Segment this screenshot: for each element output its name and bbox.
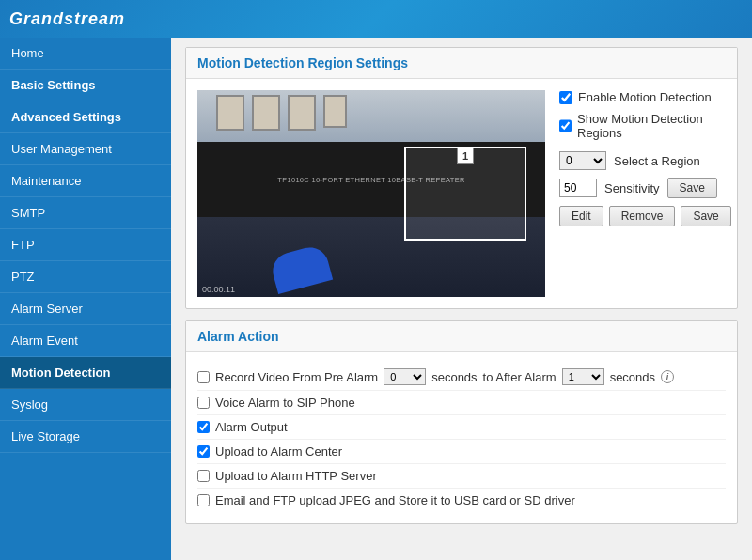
sidebar-item-live-storage[interactable]: Live Storage	[0, 421, 171, 453]
save-sensitivity-button[interactable]: Save	[667, 178, 717, 198]
upload-http-row: Upload to Alarm HTTP Server	[197, 464, 726, 489]
save-button[interactable]: Save	[681, 206, 730, 226]
sidebar-item-alarm-event[interactable]: Alarm Event	[0, 325, 171, 357]
upload-alarm-center-row: Upload to Alarm Center	[197, 440, 726, 464]
sensitivity-input[interactable]	[559, 179, 597, 197]
content-area: Motion Detection Region Settings	[171, 38, 752, 560]
alarm-output-label[interactable]: Alarm Output	[215, 420, 288, 434]
sidebar-item-user-management[interactable]: User Management	[0, 133, 171, 165]
sensitivity-row: Sensitivity Save	[559, 178, 731, 198]
voice-alarm-row: Voice Alarm to SIP Phone	[197, 391, 726, 415]
alarm-output-row: Alarm Output	[197, 415, 726, 440]
header: Grandstream	[0, 0, 752, 38]
sidebar-item-alarm-server[interactable]: Alarm Server	[0, 293, 171, 325]
upload-http-label[interactable]: Upload to Alarm HTTP Server	[215, 469, 377, 483]
show-regions-label[interactable]: Show Motion Detection Regions	[577, 112, 731, 140]
frame3	[288, 95, 316, 131]
sidebar-item-home[interactable]: Home	[0, 38, 171, 70]
sidebar-item-maintenance[interactable]: Maintenance	[0, 165, 171, 197]
frame4	[323, 95, 347, 128]
email-ftp-checkbox[interactable]	[197, 494, 210, 506]
alarm-action-section: Alarm Action Record Video From Pre Alarm…	[185, 320, 738, 524]
alarm-output-checkbox[interactable]	[197, 421, 210, 433]
show-regions-checkbox[interactable]	[559, 119, 572, 132]
camera-feed: TP1016C 16-PORT ETHERNET 10BASE-T REPEAT…	[197, 90, 545, 297]
cam-shelf	[197, 90, 545, 142]
sidebar-item-smtp[interactable]: SMTP	[0, 197, 171, 229]
seconds-label-1: seconds	[431, 370, 477, 384]
voice-alarm-checkbox[interactable]	[197, 397, 210, 409]
upload-http-checkbox[interactable]	[197, 470, 210, 482]
record-video-label[interactable]: Record Video From Pre Alarm	[215, 370, 378, 384]
action-buttons: Edit Remove Save	[559, 206, 731, 226]
email-ftp-row: Email and FTP upload JPEG and Store it t…	[197, 489, 726, 512]
frame1	[216, 95, 244, 131]
sensitivity-label: Sensitivity	[604, 181, 660, 195]
camera-bg: TP1016C 16-PORT ETHERNET 10BASE-T REPEAT…	[197, 90, 545, 297]
region-layout: TP1016C 16-PORT ETHERNET 10BASE-T REPEAT…	[197, 90, 726, 297]
enable-motion-row: Enable Motion Detection	[559, 90, 731, 104]
sidebar: HomeBasic SettingsAdvanced SettingsUser …	[0, 38, 171, 560]
upload-alarm-center-checkbox[interactable]	[197, 445, 210, 458]
remove-button[interactable]: Remove	[609, 206, 676, 226]
motion-detection-region-body: TP1016C 16-PORT ETHERNET 10BASE-T REPEAT…	[186, 79, 737, 308]
to-after-alarm-label: to After Alarm	[483, 370, 556, 384]
sidebar-item-motion-detection[interactable]: Motion Detection	[0, 357, 171, 389]
region-select[interactable]: 0 1 2 3	[559, 151, 606, 170]
sidebar-item-ftp[interactable]: FTP	[0, 229, 171, 261]
alarm-action-body: Record Video From Pre Alarm 0 1 2 second…	[186, 352, 737, 523]
show-regions-row: Show Motion Detection Regions	[559, 112, 731, 140]
sidebar-item-advanced-settings[interactable]: Advanced Settings	[0, 101, 171, 133]
motion-detection-region-section: Motion Detection Region Settings	[185, 47, 738, 309]
upload-alarm-center-label[interactable]: Upload to Alarm Center	[215, 444, 342, 459]
enable-motion-label[interactable]: Enable Motion Detection	[578, 90, 712, 104]
select-region-label: Select a Region	[614, 154, 700, 168]
region-number-label: 1	[457, 148, 474, 164]
region-select-row: 0 1 2 3 Select a Region	[559, 151, 731, 170]
seconds-label-2: seconds	[610, 370, 655, 384]
after-alarm-select[interactable]: 1 2 3	[562, 368, 604, 385]
voice-alarm-label[interactable]: Voice Alarm to SIP Phone	[215, 396, 355, 410]
sidebar-item-ptz[interactable]: PTZ	[0, 261, 171, 293]
email-ftp-label[interactable]: Email and FTP upload JPEG and Store it t…	[215, 493, 575, 507]
edit-button[interactable]: Edit	[559, 206, 603, 226]
motion-detection-region-title: Motion Detection Region Settings	[186, 48, 737, 79]
sidebar-item-basic-settings[interactable]: Basic Settings	[0, 70, 171, 101]
record-video-checkbox[interactable]	[197, 371, 210, 383]
region-box[interactable]: 1	[404, 147, 526, 241]
logo: Grandstream	[9, 9, 125, 29]
alarm-action-title: Alarm Action	[186, 321, 737, 352]
record-video-row: Record Video From Pre Alarm 0 1 2 second…	[197, 364, 726, 391]
cable-blue	[269, 243, 333, 294]
info-icon[interactable]: i	[661, 370, 674, 383]
enable-motion-checkbox[interactable]	[559, 91, 572, 104]
main-layout: HomeBasic SettingsAdvanced SettingsUser …	[0, 38, 752, 560]
controls-panel: Enable Motion Detection Show Motion Dete…	[559, 90, 731, 226]
frame2	[252, 95, 280, 131]
pre-alarm-select[interactable]: 0 1 2	[384, 368, 426, 385]
sidebar-item-syslog[interactable]: Syslog	[0, 389, 171, 421]
cam-timestamp: 00:00:11	[202, 285, 235, 294]
